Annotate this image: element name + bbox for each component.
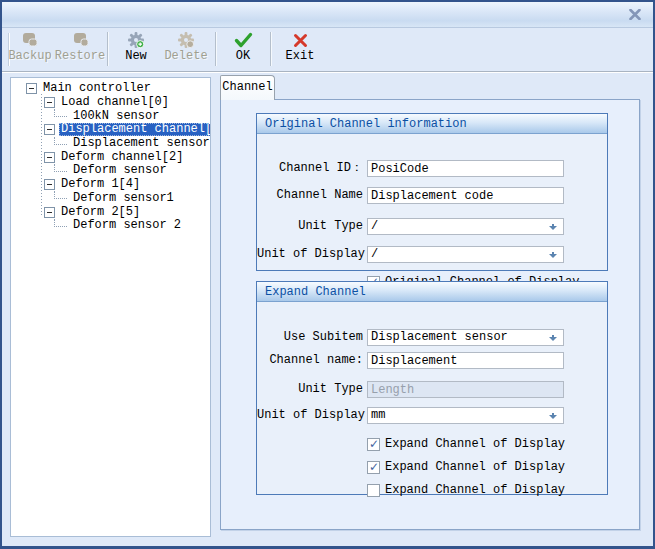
expand-channel-group-title: Expand Channel (257, 282, 607, 302)
tree-item-label: Deform sensor1 (71, 192, 176, 205)
restore-icon (70, 31, 90, 49)
original-channel-groupbox: Original Channel information Channel ID：… (256, 113, 608, 271)
expand-channel-of-display-checkbox[interactable]: Expand Channel of Display (367, 437, 565, 451)
channel-name-label: Channel Name (257, 187, 363, 204)
tree-collapse-icon[interactable] (44, 124, 55, 135)
exit-button-label: Exit (286, 49, 315, 64)
channel-id-label: Channel ID： (257, 160, 363, 177)
tree-connector-line (54, 109, 67, 117)
use-subitem-label: Use Subitem (257, 329, 363, 346)
toolbar-separator (215, 32, 217, 66)
new-button-label: New (125, 49, 147, 64)
tree-collapse-icon[interactable] (26, 83, 37, 94)
new-button[interactable]: New (114, 31, 158, 69)
expand-checkbox-list: Expand Channel of DisplayExpand Channel … (367, 437, 565, 506)
expand-channel-name-input[interactable] (367, 352, 564, 369)
tree-item-label: Displacement channel[1] (59, 123, 211, 136)
close-icon (629, 9, 641, 20)
unit-type-combobox[interactable]: / (367, 218, 564, 235)
ok-button-label: OK (236, 49, 250, 64)
tab-channel-label: Channel (222, 80, 272, 94)
expand-unit-of-display-label: Unit of Display (257, 407, 363, 424)
channel-tree: Main controllerLoad channel[0]100kN sens… (10, 77, 211, 537)
unit-of-display-combobox[interactable]: / (367, 246, 564, 263)
tree-item-label: Deform channel[2] (59, 151, 185, 164)
tree-item-label: Deform 1[4] (59, 178, 142, 191)
tree-connector-line (54, 164, 67, 172)
new-icon (127, 31, 145, 49)
use-subitem-combobox[interactable]: Displacement sensor (367, 329, 564, 346)
unit-type-label: Unit Type (257, 218, 363, 235)
restore-button-label: Restore (55, 49, 105, 64)
tree-item-label: Deform 2[5] (59, 206, 142, 219)
tree-item-label: Deform sensor (71, 164, 169, 177)
expand-channel-of-display-checkbox-label: Expand Channel of Display (385, 460, 565, 474)
backup-button-label: Backup (8, 49, 51, 64)
channel-id-input[interactable] (367, 160, 564, 177)
backup-icon (20, 31, 40, 49)
tree-item[interactable]: Deform sensor 2 (11, 219, 210, 233)
ok-button[interactable]: OK (223, 31, 263, 69)
tree-collapse-icon[interactable] (44, 207, 55, 218)
tree-item-label: Load channel[0] (59, 96, 171, 109)
expand-channel-of-display-checkbox[interactable]: Expand Channel of Display (367, 483, 565, 497)
delete-button[interactable]: Delete (160, 31, 212, 69)
channel-tab-panel: Original Channel information Channel ID：… (220, 99, 640, 530)
expand-unit-type-input (367, 381, 564, 398)
backup-button[interactable]: Backup (6, 31, 54, 69)
expand-unit-type-label: Unit Type (257, 381, 363, 398)
restore-button[interactable]: Restore (54, 31, 106, 69)
delete-icon (177, 31, 195, 49)
checkbox-box-icon (367, 461, 380, 474)
title-bar (2, 2, 653, 28)
exit-icon (293, 31, 308, 49)
delete-button-label: Delete (164, 49, 207, 64)
expand-unit-of-display-combobox[interactable]: mm (367, 407, 564, 424)
expand-channel-of-display-checkbox-label: Expand Channel of Display (385, 437, 565, 451)
dialog-window: Backup Restore (0, 0, 655, 549)
close-button[interactable] (627, 7, 643, 22)
checkbox-box-icon (367, 438, 380, 451)
toolbar-separator (107, 32, 109, 66)
expand-channel-of-display-checkbox-label: Expand Channel of Display (385, 483, 565, 497)
tree-collapse-icon[interactable] (44, 179, 55, 190)
original-channel-group-title: Original Channel information (257, 114, 607, 134)
channel-name-input[interactable] (367, 187, 564, 204)
toolbar-separator (270, 32, 272, 66)
expand-channel-groupbox: Expand Channel Use Subitem Displacement … (256, 281, 608, 495)
tree-connector-line (54, 137, 67, 145)
exit-button[interactable]: Exit (279, 31, 321, 69)
tree-collapse-icon[interactable] (44, 97, 55, 108)
tree-item-label: Deform sensor 2 (71, 219, 183, 232)
tree-item-label: 100kN sensor (71, 110, 161, 123)
tree-item-label: Displacement sensor (71, 137, 211, 150)
expand-channel-name-label: Channel name: (257, 352, 363, 369)
tree-connector-line (54, 219, 67, 227)
tree-collapse-icon[interactable] (44, 152, 55, 163)
tab-channel[interactable]: Channel (220, 75, 275, 100)
toolbar: Backup Restore (2, 28, 653, 73)
ok-check-icon (234, 31, 253, 49)
checkbox-box-icon (367, 484, 380, 497)
tree-connector-line (54, 191, 67, 199)
unit-of-display-label: Unit of Display (257, 246, 363, 263)
tree-trunk-line (41, 94, 42, 216)
expand-channel-of-display-checkbox[interactable]: Expand Channel of Display (367, 460, 565, 474)
tree-item-label: Main controller (41, 82, 153, 95)
